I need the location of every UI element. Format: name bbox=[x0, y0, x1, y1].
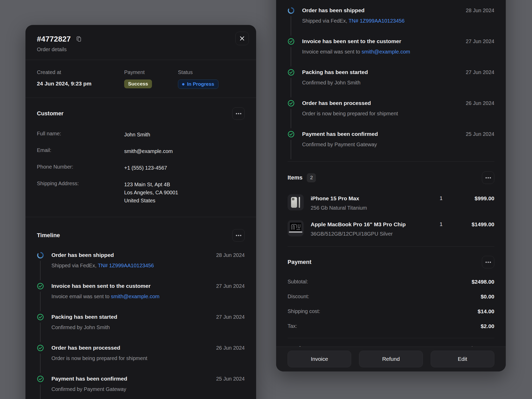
items-menu-button[interactable] bbox=[482, 171, 494, 184]
check-circle-icon bbox=[288, 38, 295, 45]
ellipsis-icon bbox=[238, 113, 239, 114]
customer-section-title: Customer bbox=[37, 110, 64, 117]
copy-order-id-button[interactable] bbox=[76, 36, 83, 43]
payment-section: Payment Subtotal: $2498.00 Discount: $0.… bbox=[288, 247, 494, 347]
close-icon bbox=[239, 36, 245, 41]
modal-header: #4772827 Order details bbox=[25, 25, 256, 60]
timeline-menu-button[interactable] bbox=[232, 229, 245, 242]
customer-field-row: Full name: John Smith bbox=[37, 131, 245, 139]
customer-field-row: Email: smith@example.com bbox=[37, 147, 245, 155]
customer-section: Customer Full name: John Smith Email: sm… bbox=[25, 98, 256, 217]
product-quantity: 1 bbox=[427, 220, 455, 227]
timeline-item: Order has been processed 26 Jun 2024 Ord… bbox=[288, 99, 494, 130]
edit-button[interactable]: Edit bbox=[431, 351, 494, 367]
timeline-item: Packing has been started 27 Jun 2024 Con… bbox=[288, 69, 494, 99]
check-circle-icon bbox=[288, 69, 295, 76]
payment-row-tax: Tax: $2.00 bbox=[288, 323, 494, 329]
created-at-value: 24 Jun 2024, 9:23 pm bbox=[37, 81, 124, 87]
product-variant: 36GB/512GB/12CPU/18GPU Silver bbox=[311, 231, 427, 237]
timeline-item: Packing has been started 27 Jun 2024 Con… bbox=[37, 313, 245, 344]
payment-row-subtotal: Subtotal: $2498.00 bbox=[288, 279, 494, 285]
order-details-modal-scrolled: Order has been shipped 28 Jun 2024 Shipp… bbox=[276, 0, 506, 371]
timeline-item: Invoice has been sent to the customer 27… bbox=[37, 282, 245, 313]
customer-menu-button[interactable] bbox=[232, 107, 245, 120]
timeline-item: Payment has been confirmed 25 Jun 2024 C… bbox=[37, 375, 245, 399]
timeline-item: Order has been shipped 28 Jun 2024 Shipp… bbox=[288, 7, 494, 38]
product-price: $999.00 bbox=[455, 194, 494, 202]
status-dot-icon bbox=[182, 83, 184, 85]
product-row: iPhone 15 Pro Max 256 Gb Natural Titaniu… bbox=[288, 194, 494, 211]
refund-button[interactable]: Refund bbox=[359, 351, 423, 367]
order-id: #4772827 bbox=[37, 35, 71, 43]
address-line: Los Angeles, CA 90001 bbox=[124, 189, 178, 197]
items-count-badge: 2 bbox=[307, 173, 316, 182]
ellipsis-icon bbox=[488, 177, 489, 178]
ellipsis-icon bbox=[488, 262, 489, 263]
timeline-item: Order has been shipped 28 Jun 2024 Shipp… bbox=[37, 251, 245, 282]
timeline-section: Order has been shipped 28 Jun 2024 Shipp… bbox=[288, 7, 494, 161]
product-variant: 256 Gb Natural Titanium bbox=[311, 205, 427, 211]
check-circle-icon bbox=[37, 344, 44, 351]
timeline-item: Payment has been confirmed 25 Jun 2024 C… bbox=[288, 130, 494, 161]
modal-subtitle: Order details bbox=[37, 46, 245, 52]
product-quantity: 1 bbox=[427, 194, 455, 201]
customer-address-row: Shipping Address: 123 Main St, Apt 4B Lo… bbox=[37, 181, 245, 205]
copy-icon bbox=[76, 36, 83, 43]
created-at-label: Created at bbox=[37, 69, 124, 75]
payment-label: Payment bbox=[124, 69, 178, 75]
timeline-section-title: Timeline bbox=[37, 232, 60, 239]
iphone-thumbnail bbox=[288, 194, 304, 210]
timeline-item: Order has been processed 26 Jun 2024 Ord… bbox=[37, 344, 245, 375]
modal-scroll-area[interactable]: Order has been shipped 28 Jun 2024 Shipp… bbox=[276, 0, 506, 347]
address-line: 123 Main St, Apt 4B bbox=[124, 181, 178, 189]
check-circle-icon bbox=[288, 131, 295, 138]
payment-total-row: Total $2514.00 bbox=[288, 338, 494, 347]
modal-footer: Invoice Refund Edit bbox=[276, 347, 506, 371]
items-section: Items 2 iPhone 15 Pro Max 256 Gb Natural… bbox=[288, 162, 494, 237]
payment-section-title: Payment bbox=[288, 259, 311, 265]
customer-email-link[interactable]: smith@example.com bbox=[362, 49, 410, 55]
invoice-button[interactable]: Invoice bbox=[288, 351, 351, 367]
items-section-title: Items bbox=[288, 174, 302, 181]
customer-email-link[interactable]: smith@example.com bbox=[111, 294, 159, 299]
product-name: iPhone 15 Pro Max bbox=[311, 195, 427, 202]
payment-status-badge: Success bbox=[124, 79, 152, 88]
tracking-number-link[interactable]: TN# 1Z999AA10123456 bbox=[349, 18, 405, 24]
ellipsis-icon bbox=[238, 235, 239, 236]
order-meta: Created at 24 Jun 2024, 9:23 pm Payment … bbox=[25, 60, 256, 98]
payment-menu-button[interactable] bbox=[482, 256, 494, 268]
check-circle-icon bbox=[37, 314, 44, 321]
order-details-modal: #4772827 Order details Created at bbox=[25, 25, 256, 399]
product-row: Apple MacBook Pro 16" M3 Pro Chip 36GB/5… bbox=[288, 220, 494, 237]
payment-row-discount: Discount: $0.00 bbox=[288, 294, 494, 300]
product-name: Apple MacBook Pro 16" M3 Pro Chip bbox=[311, 221, 427, 228]
check-circle-icon bbox=[37, 283, 44, 290]
check-circle-icon bbox=[37, 375, 44, 382]
timeline-item: Invoice has been sent to the customer 27… bbox=[288, 38, 494, 69]
spinner-icon bbox=[288, 7, 295, 14]
address-line: United States bbox=[124, 197, 178, 205]
customer-field-row: Phone Number: +1 (555) 123-4567 bbox=[37, 164, 245, 172]
tracking-number-link[interactable]: TN# 1Z999AA10123456 bbox=[98, 263, 154, 268]
spinner-icon bbox=[37, 252, 44, 259]
timeline-section: Timeline Order has been shipped 28 Jun 2… bbox=[25, 217, 256, 399]
check-circle-icon bbox=[288, 100, 295, 107]
close-button[interactable] bbox=[235, 32, 249, 45]
order-status-badge: In Progress bbox=[178, 79, 218, 89]
macbook-thumbnail bbox=[288, 220, 304, 236]
product-price: $1499.00 bbox=[455, 220, 494, 228]
status-label: Status bbox=[178, 69, 218, 75]
payment-row-shipping: Shipping cost: $14.00 bbox=[288, 308, 494, 315]
